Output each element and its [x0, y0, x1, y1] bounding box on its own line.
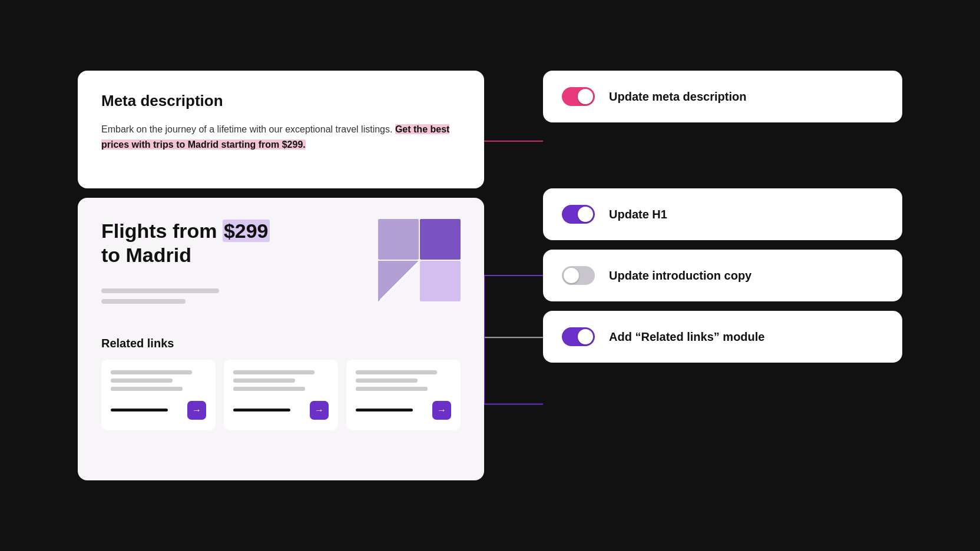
meta-description-body: Embark on the journey of a lifetime with… [101, 122, 461, 152]
link-line [233, 379, 295, 383]
link-line [356, 370, 437, 374]
toggle-knob [578, 207, 593, 222]
toggle-label-meta-desc: Update meta description [609, 90, 746, 104]
skeleton-line-2 [101, 299, 186, 304]
page-heading-wrapper: Flights from $299 to Madrid [101, 219, 270, 323]
toggle-label-h1: Update H1 [609, 208, 667, 221]
page-heading: Flights from $299 to Madrid [101, 219, 270, 267]
toggle-label-intro: Update introduction copy [609, 269, 751, 283]
toggle-meta-description[interactable] [562, 87, 595, 106]
toggle-h1[interactable] [562, 205, 595, 224]
link-line [111, 379, 173, 383]
related-links-title: Related links [101, 337, 461, 350]
heading-normal: Flights from $299 [101, 220, 270, 242]
link-card-bar [356, 409, 413, 411]
page-card: Flights from $299 to Madrid [78, 198, 484, 480]
link-card-bar [111, 409, 168, 411]
heading-highlight: $299 [223, 220, 270, 242]
link-card-3-lines [356, 370, 451, 391]
link-card-1-footer: → [111, 401, 206, 420]
toggle-knob [578, 89, 593, 104]
link-line [233, 370, 314, 374]
mosaic-graphic [378, 219, 461, 301]
mosaic-cell-top-right [420, 219, 461, 260]
toggle-card-h1: Update H1 [543, 188, 902, 240]
link-line [356, 379, 418, 383]
heading-end: to Madrid [101, 244, 191, 266]
mosaic-cell-bottom-right [420, 261, 461, 301]
toggle-knob [564, 268, 579, 283]
right-panel: Update meta description Update H1 Update… [543, 71, 902, 363]
spacer-1 [543, 132, 902, 179]
main-container: Meta description Embark on the journey o… [78, 59, 902, 492]
skeleton-line-1 [101, 288, 219, 293]
link-card-3-footer: → [356, 401, 451, 420]
meta-description-card: Meta description Embark on the journey o… [78, 71, 484, 188]
link-card-1: → [101, 360, 216, 430]
left-panel: Meta description Embark on the journey o… [78, 71, 484, 480]
page-card-top: Flights from $299 to Madrid [101, 219, 461, 323]
mosaic-cell-top-left [378, 219, 419, 260]
toggle-intro-copy[interactable] [562, 266, 595, 285]
link-card-arrow-3[interactable]: → [432, 401, 451, 420]
skeleton-lines [101, 288, 270, 304]
link-card-2: → [224, 360, 338, 430]
link-line [356, 387, 428, 391]
link-card-2-lines [233, 370, 329, 391]
link-card-3: → [346, 360, 461, 430]
mosaic-cell-bottom-left [378, 261, 419, 301]
related-links-grid: → → [101, 360, 461, 430]
meta-body-normal: Embark on the journey of a lifetime with… [101, 124, 392, 134]
meta-description-title: Meta description [101, 92, 461, 110]
link-line [233, 387, 305, 391]
toggle-card-related: Add “Related links” module [543, 311, 902, 363]
related-links-section: Related links → [101, 337, 461, 430]
toggle-label-related: Add “Related links” module [609, 330, 764, 344]
connector-area [484, 71, 543, 480]
toggle-card-intro: Update introduction copy [543, 250, 902, 301]
link-card-2-footer: → [233, 401, 329, 420]
link-card-bar [233, 409, 290, 411]
link-line [111, 370, 192, 374]
toggle-related-links[interactable] [562, 327, 595, 346]
link-card-arrow-1[interactable]: → [187, 401, 206, 420]
link-card-arrow-2[interactable]: → [310, 401, 329, 420]
toggle-knob [578, 329, 593, 344]
link-card-1-lines [111, 370, 206, 391]
toggle-card-meta-desc: Update meta description [543, 71, 902, 122]
link-line [111, 387, 183, 391]
